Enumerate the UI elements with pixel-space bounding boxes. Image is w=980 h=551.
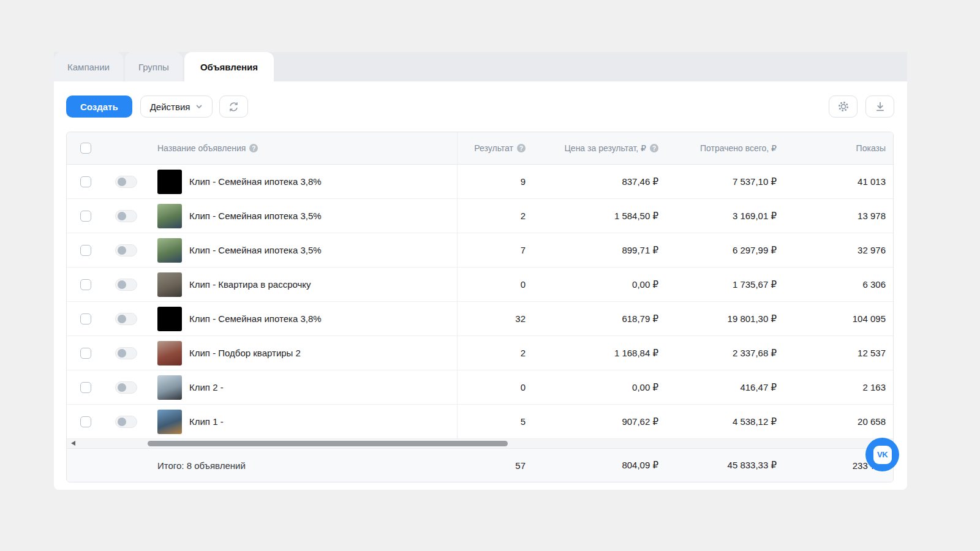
ad-thumbnail[interactable] [157, 307, 182, 331]
toggle-knob [118, 349, 126, 358]
create-button[interactable]: Создать [66, 96, 132, 118]
result-cell: 32 [457, 302, 526, 335]
ad-name-link[interactable]: Клип 2 - [189, 382, 224, 392]
impressions-cell: 20 658 [777, 405, 894, 438]
row-toggle-cell [105, 233, 148, 267]
row-toggle[interactable] [115, 244, 137, 257]
row-checkbox[interactable] [80, 348, 91, 359]
row-checkbox-cell [67, 233, 105, 267]
toolbar: Создать Действия [54, 81, 907, 118]
toggle-knob [118, 315, 126, 323]
toggle-knob [118, 383, 126, 392]
row-checkbox[interactable] [80, 279, 91, 290]
header-cost-per-result-label: Цена за результат, ₽ [564, 143, 646, 153]
cost-per-result-cell: 837,46 ₽ [526, 165, 658, 198]
ad-thumbnail[interactable] [157, 238, 182, 263]
totals-row: Итого: 8 объявлений 57 804,09 ₽ 45 833,3… [67, 449, 893, 482]
row-toggle[interactable] [115, 347, 137, 359]
result-cell: 0 [457, 268, 526, 301]
ad-name-link[interactable]: Клип - Семейная ипотека 3,5% [189, 245, 322, 255]
ad-thumbnail[interactable] [157, 204, 182, 228]
row-toggle[interactable] [115, 416, 137, 428]
row-checkbox-cell [67, 199, 105, 233]
refresh-button[interactable] [219, 96, 248, 118]
table-row: Клип - Подбор квартиры 221 168,84 ₽2 337… [67, 336, 893, 370]
ad-thumbnail[interactable] [157, 341, 182, 365]
ad-name-link[interactable]: Клип - Квартира в рассрочку [189, 279, 311, 290]
header-name[interactable]: Название объявления ? [148, 132, 457, 164]
table-rows: Клип - Семейная ипотека 3,8%9837,46 ₽7 5… [67, 165, 893, 439]
vk-support-button[interactable]: VK [865, 438, 899, 471]
row-toggle-cell [105, 268, 148, 301]
row-checkbox[interactable] [80, 176, 91, 187]
table-row: Клип 2 -00,00 ₽416,47 ₽2 163 [67, 370, 893, 405]
row-checkbox[interactable] [80, 211, 91, 222]
row-toggle-cell [105, 336, 148, 370]
row-toggle[interactable] [115, 279, 137, 291]
row-toggle[interactable] [115, 381, 137, 394]
export-button[interactable] [865, 96, 894, 118]
select-all-checkbox[interactable] [80, 143, 91, 154]
actions-button[interactable]: Действия [140, 96, 213, 118]
horizontal-scrollbar[interactable] [67, 439, 893, 449]
gear-icon [837, 100, 850, 113]
header-result[interactable]: Результат ? [457, 132, 526, 164]
table-header: Название объявления ? Результат ? Цена з… [67, 132, 893, 165]
help-icon[interactable]: ? [249, 144, 258, 152]
ad-thumbnail[interactable] [157, 170, 182, 194]
header-cost-per-result[interactable]: Цена за результат, ₽ ? [526, 132, 658, 164]
row-toggle[interactable] [115, 210, 137, 222]
row-checkbox[interactable] [80, 382, 91, 393]
impressions-cell: 41 013 [777, 165, 894, 198]
scroll-left-arrow-icon[interactable] [71, 441, 75, 446]
header-spent-total[interactable]: Потрачено всего, ₽ [658, 132, 777, 164]
row-checkbox[interactable] [80, 313, 91, 324]
tab-campaigns-label: Кампании [67, 62, 110, 72]
tab-campaigns[interactable]: Кампании [54, 52, 123, 81]
toggle-knob [118, 280, 126, 289]
spent-total-cell: 1 735,67 ₽ [658, 268, 777, 301]
ad-name-link[interactable]: Клип - Семейная ипотека 3,5% [189, 211, 322, 221]
ad-thumbnail[interactable] [157, 272, 182, 297]
spent-total-cell: 4 538,12 ₽ [658, 405, 777, 438]
ad-thumbnail[interactable] [157, 375, 182, 400]
row-toggle-cell [105, 199, 148, 233]
ad-name-link[interactable]: Клип 1 - [189, 416, 224, 427]
impressions-cell: 2 163 [777, 370, 894, 404]
header-impressions-label: Показы [856, 143, 886, 153]
create-button-label: Создать [80, 102, 118, 112]
ad-name-link[interactable]: Клип - Семейная ипотека 3,8% [189, 176, 322, 187]
scrollbar-thumb[interactable] [148, 441, 508, 446]
row-checkbox-cell [67, 370, 105, 404]
result-cell: 0 [457, 370, 526, 404]
ads-tab-content: Создать Действия [54, 81, 907, 490]
tab-ads[interactable]: Объявления [184, 52, 274, 81]
row-name-cell: Клип - Квартира в рассрочку [148, 268, 457, 301]
row-toggle[interactable] [115, 176, 137, 188]
header-impressions[interactable]: Показы [777, 132, 894, 164]
header-checkbox-cell [67, 132, 105, 164]
help-icon[interactable]: ? [650, 144, 658, 152]
help-icon[interactable]: ? [517, 144, 526, 152]
row-checkbox-cell [67, 336, 105, 370]
row-toggle[interactable] [115, 313, 137, 325]
row-toggle-cell [105, 370, 148, 404]
ad-name-link[interactable]: Клип - Семейная ипотека 3,8% [189, 313, 322, 324]
spent-total-cell: 7 537,10 ₽ [658, 165, 777, 198]
row-checkbox-cell [67, 268, 105, 301]
row-name-cell: Клип - Семейная ипотека 3,8% [148, 165, 457, 198]
settings-button[interactable] [829, 96, 858, 118]
row-checkbox[interactable] [80, 416, 91, 427]
ad-thumbnail[interactable] [157, 410, 182, 434]
table-row: Клип - Квартира в рассрочку00,00 ₽1 735,… [67, 268, 893, 302]
ad-name-link[interactable]: Клип - Подбор квартиры 2 [189, 348, 301, 358]
header-result-label: Результат [474, 143, 513, 153]
spent-total-cell: 2 337,68 ₽ [658, 336, 777, 370]
row-toggle-cell [105, 405, 148, 438]
row-checkbox-cell [67, 302, 105, 335]
cost-per-result-cell: 899,71 ₽ [526, 233, 658, 267]
tab-groups[interactable]: Группы [125, 52, 183, 81]
row-checkbox[interactable] [80, 245, 91, 256]
tab-ads-label: Объявления [200, 62, 258, 72]
header-name-label: Название объявления [157, 143, 246, 153]
